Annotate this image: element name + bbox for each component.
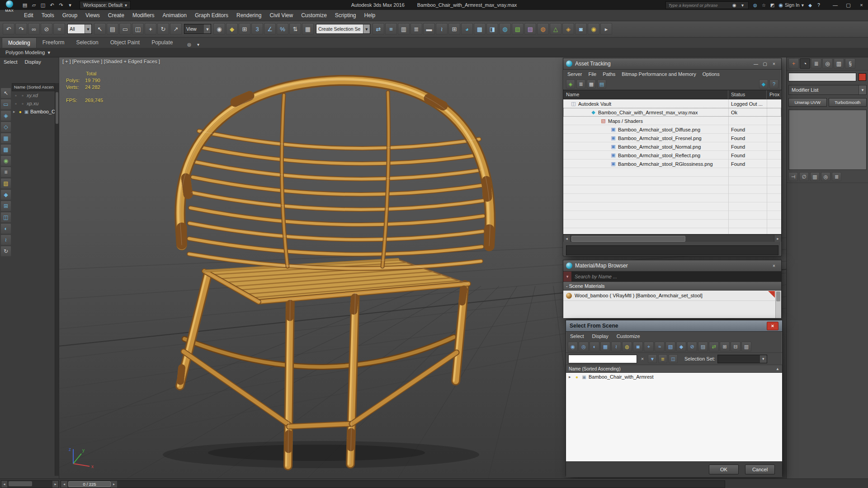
ribbon-pin-icon[interactable]: ◎ — [185, 41, 193, 48]
display-helpers-icon[interactable]: + — [644, 342, 654, 352]
lighting-icon[interactable]: ◉ — [588, 23, 599, 35]
select-object-icon[interactable]: ↖ — [94, 23, 106, 35]
scene-list-column-header[interactable]: Name (Sorted Ascending) ▲ — [566, 365, 782, 373]
window-crossing-icon[interactable]: ◫ — [132, 23, 144, 35]
minimize-button[interactable]: — — [751, 60, 760, 67]
snaps-toggle-icon[interactable]: 3 — [251, 23, 263, 35]
toggle-layer-explorer-icon[interactable]: ≣ — [410, 23, 422, 35]
favorites-icon[interactable]: ☆ — [760, 2, 767, 9]
asset-tracking-status-field[interactable] — [566, 245, 778, 255]
scroll-left-icon[interactable]: ◂ — [563, 235, 571, 242]
material-editor-icon[interactable]: ◕ — [461, 23, 473, 35]
menu-rendering[interactable]: Rendering — [232, 10, 265, 21]
pin-stack-icon[interactable]: ⊣ — [788, 172, 798, 181]
scroll-right-icon[interactable]: ▸ — [774, 235, 781, 242]
menu-create[interactable]: Create — [104, 10, 128, 21]
show-end-result-icon[interactable]: ∅ — [799, 172, 809, 181]
display-groups-icon[interactable]: ▧ — [665, 342, 675, 352]
close-button[interactable]: × — [769, 262, 778, 269]
modifier-list-dropdown[interactable]: Modifier List ▾ — [788, 85, 867, 95]
edit-named-selection-sets-icon[interactable]: ▦ — [302, 23, 314, 35]
info-icon[interactable]: ◆ — [759, 80, 768, 89]
utilities-tab[interactable]: § — [845, 58, 855, 69]
asset-row[interactable]: ◫Autodesk VaultLogged Out ... — [563, 99, 781, 108]
scene-object-row[interactable]: ▸●▣Bamboo_Chair_with_Armrest — [566, 373, 782, 381]
menu-civil-view[interactable]: Civil View — [265, 10, 297, 21]
display-tab[interactable]: ▥ — [834, 58, 844, 69]
edge-mode-icon[interactable]: ◇ — [0, 122, 11, 132]
scene-explorer-row[interactable]: ▸●▣Bamboo_C — [12, 108, 55, 116]
slice-icon[interactable]: ◫ — [0, 212, 11, 223]
menu-customize[interactable]: Customize — [297, 10, 331, 21]
next-frame-icon[interactable]: ▸ — [111, 481, 117, 488]
new-scene-icon[interactable]: ▤ — [21, 1, 29, 9]
minimize-button[interactable]: — — [829, 0, 842, 10]
select-from-scene-title-bar[interactable]: Select From Scene × — [566, 320, 782, 332]
open-file-icon[interactable]: ▱ — [30, 1, 38, 9]
time-slider-thumb[interactable]: 0 / 225 — [68, 481, 111, 487]
sfs-menu-display[interactable]: Display — [588, 332, 613, 341]
asset-row[interactable]: ▣Bamboo_Armchair_stool_RGlossiness.pngFo… — [563, 160, 781, 168]
make-unique-icon[interactable]: ▥ — [810, 172, 820, 181]
remove-modifier-icon[interactable]: ◎ — [821, 172, 830, 181]
spinner-snap-icon[interactable]: ⇅ — [289, 23, 301, 35]
grid-view-icon[interactable]: ▤ — [597, 80, 606, 89]
scrollbar-thumb[interactable] — [9, 481, 32, 486]
asset-menu-server[interactable]: Server — [564, 70, 585, 79]
toggle-scene-explorer-icon[interactable]: ▥ — [398, 23, 410, 35]
close-button[interactable]: × — [855, 0, 868, 10]
thumbnail-view-icon[interactable]: ▦ — [587, 80, 596, 89]
viewport-label[interactable]: [ + ] [Perspective ] [Shaded + Edged Fac… — [62, 59, 160, 64]
object-color-swatch[interactable] — [859, 73, 866, 81]
civil-view-icon[interactable]: △ — [550, 23, 561, 35]
undo-icon[interactable]: ↶ — [3, 23, 14, 35]
layer-manager-icon[interactable]: ▧ — [512, 23, 524, 35]
filter-combinations-icon[interactable]: ▼ — [648, 354, 657, 363]
close-button[interactable]: × — [769, 60, 778, 67]
sfs-menu-customize[interactable]: Customize — [613, 332, 644, 341]
soft-selection-icon[interactable]: ◉ — [0, 155, 11, 166]
angle-snap-icon[interactable]: ∠ — [264, 23, 276, 35]
menu-help[interactable]: Help — [360, 10, 380, 21]
hierarchy-tab[interactable]: ≣ — [811, 58, 821, 69]
select-and-link-icon[interactable]: ∞ — [28, 23, 40, 35]
toggle-ribbon-icon[interactable]: ▬ — [423, 23, 435, 35]
bamboo-chair-model[interactable] — [86, 62, 606, 474]
display-invert-icon[interactable]: ◐ — [590, 342, 599, 352]
containers-icon[interactable]: ◈ — [562, 23, 574, 35]
select-and-move-icon[interactable]: + — [145, 23, 156, 35]
previous-frame-icon[interactable]: ◂ — [61, 481, 67, 488]
asset-row[interactable]: ▣Bamboo_Armchair_stool_Diffuse.pngFound — [563, 125, 781, 134]
material-search-input[interactable]: Search by Name ... — [572, 272, 781, 282]
asset-menu-options[interactable]: Options — [699, 70, 723, 79]
scene-explorer-row[interactable]: ▫▫xp.xu — [12, 99, 55, 108]
communication-center-icon[interactable]: ◍ — [751, 2, 759, 9]
scene-explorer-menu-select[interactable]: Select — [0, 57, 21, 67]
close-button[interactable]: × — [767, 322, 778, 330]
collapse-all-icon[interactable]: ⊟ — [731, 342, 741, 352]
display-xrefs-icon[interactable]: ◆ — [676, 342, 686, 352]
ok-button[interactable]: OK — [709, 465, 739, 474]
populate-icon[interactable]: ◍ — [537, 23, 549, 35]
schematic-view-icon[interactable]: ⊞ — [448, 23, 460, 35]
selection-region-icon[interactable]: ▭ — [119, 23, 131, 35]
display-shapes-icon[interactable]: ≀ — [611, 342, 621, 352]
select-tool-icon[interactable]: ↖ — [0, 88, 11, 99]
modify-tab[interactable]: ◔ — [800, 58, 810, 69]
undo-icon[interactable]: ↶ — [48, 1, 56, 9]
save-file-icon[interactable]: ◫ — [39, 1, 47, 9]
autodesk-exchange-icon[interactable]: ◆ — [807, 2, 814, 9]
sign-in-button[interactable]: ◉ Sign In ▾ — [778, 2, 804, 8]
menu-scripting[interactable]: Scripting — [331, 10, 360, 21]
motion-tab[interactable]: ◎ — [822, 58, 833, 69]
state-sets-icon[interactable]: ▨ — [524, 23, 536, 35]
scene-explorer-row[interactable]: ▫▫xy.xd — [12, 91, 55, 99]
modifier-stack-list[interactable] — [788, 109, 867, 170]
time-slider[interactable]: ◂ 0 / 225 ▸ — [61, 480, 725, 488]
selection-filter-dropdown[interactable]: All▾ — [67, 24, 92, 34]
explorer-hscrollbar[interactable]: ◂ ▸ — [1, 480, 59, 488]
clear-filter-icon[interactable]: × — [639, 356, 646, 361]
sfs-menu-select[interactable]: Select — [566, 332, 588, 341]
search-scope-arrow[interactable]: ▾ — [739, 2, 746, 9]
scrollbar-thumb[interactable] — [776, 291, 780, 301]
